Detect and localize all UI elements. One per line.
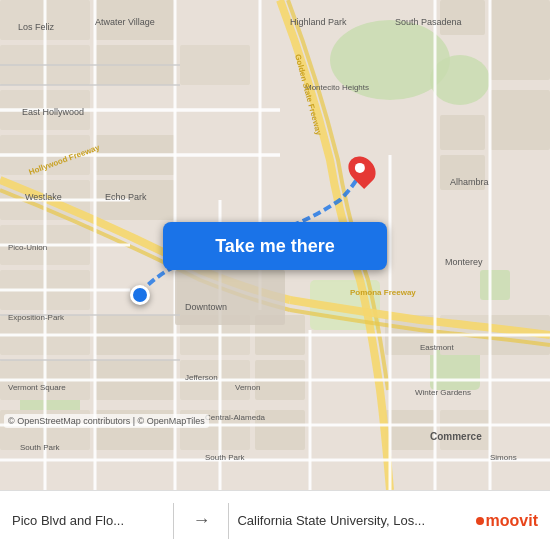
svg-text:Vernon: Vernon (235, 383, 260, 392)
svg-rect-27 (180, 45, 250, 85)
svg-text:Echo Park: Echo Park (105, 192, 147, 202)
origin-marker (130, 285, 150, 305)
svg-text:Atwater Village: Atwater Village (95, 17, 155, 27)
svg-rect-39 (440, 115, 485, 150)
origin-label: Pico Blvd and Flo... (12, 513, 165, 528)
svg-text:South Park: South Park (20, 443, 61, 452)
svg-text:Commerce: Commerce (430, 431, 482, 442)
svg-text:Monterey: Monterey (445, 257, 483, 267)
arrow-icon: → (192, 510, 210, 531)
map-container: Los Feliz East Hollywood Westlake Pico-U… (0, 0, 550, 490)
svg-rect-34 (440, 410, 490, 450)
svg-text:Alhambra: Alhambra (450, 177, 489, 187)
destination-marker (350, 155, 374, 185)
svg-text:Los Feliz: Los Feliz (18, 22, 55, 32)
bottom-bar: Pico Blvd and Flo... → California State … (0, 490, 550, 550)
svg-rect-36 (490, 90, 550, 150)
svg-rect-35 (490, 0, 550, 80)
svg-text:Pomona Freeway: Pomona Freeway (350, 288, 416, 297)
svg-text:Eastmont: Eastmont (420, 343, 455, 352)
svg-text:East Hollywood: East Hollywood (22, 107, 84, 117)
svg-point-2 (430, 55, 490, 105)
take-me-there-button[interactable]: Take me there (163, 222, 387, 270)
svg-rect-4 (480, 270, 510, 300)
svg-text:Pico-Union: Pico-Union (8, 243, 47, 252)
svg-text:Central-Alameda: Central-Alameda (205, 413, 266, 422)
svg-text:Jefferson: Jefferson (185, 373, 218, 382)
svg-text:Exposition-Park: Exposition-Park (8, 313, 65, 322)
svg-text:Vermont Square: Vermont Square (8, 383, 66, 392)
svg-text:South Pasadena: South Pasadena (395, 17, 462, 27)
svg-text:Westlake: Westlake (25, 192, 62, 202)
svg-text:South Park: South Park (205, 453, 246, 462)
map-attribution: © OpenStreetMap contributors | © OpenMap… (4, 414, 209, 428)
divider2 (228, 503, 229, 539)
svg-text:Simons: Simons (490, 453, 517, 462)
svg-text:Winter Gardens: Winter Gardens (415, 388, 471, 397)
svg-text:Downtown: Downtown (185, 302, 227, 312)
logo-dot (476, 517, 484, 525)
moovit-logo: moovit (476, 512, 538, 530)
destination-label: California State University, Los... (237, 513, 467, 528)
svg-text:Montecito Heights: Montecito Heights (305, 83, 369, 92)
svg-rect-3 (430, 350, 480, 390)
svg-rect-32 (385, 410, 435, 450)
divider (173, 503, 174, 539)
svg-text:Highland Park: Highland Park (290, 17, 347, 27)
svg-rect-59 (175, 270, 285, 325)
logo-text: moovit (486, 512, 538, 530)
